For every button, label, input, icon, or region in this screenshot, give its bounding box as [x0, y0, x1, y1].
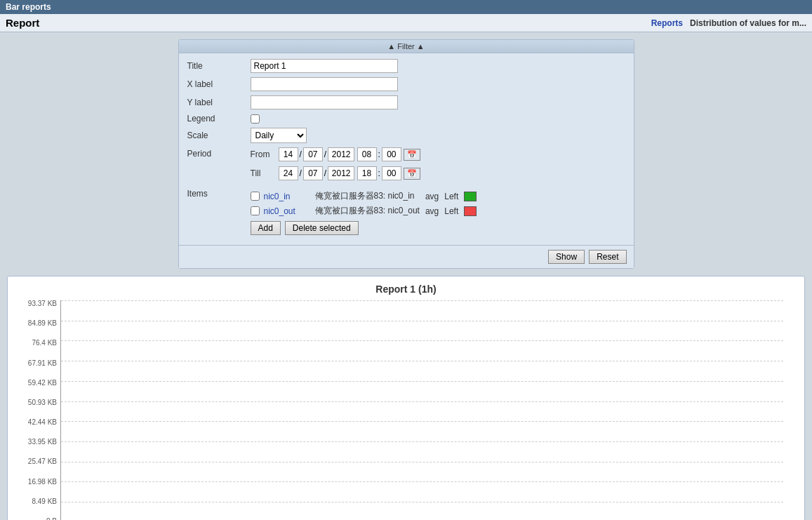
till-calendar-button[interactable]: 📅: [404, 168, 420, 180]
y-axis-label: 59.42 KB: [15, 380, 57, 387]
chart-title: Report 1 (1h): [15, 284, 797, 295]
period-group: From / / : 📅 Till: [251, 147, 420, 183]
y-axis-label: 16.98 KB: [15, 479, 57, 486]
reset-button[interactable]: Reset: [589, 250, 626, 264]
items-section: nic0_in 俺宽被口服务器83: nic0_in avg Left nic0…: [251, 190, 477, 235]
scale-label: Scale: [187, 131, 251, 140]
item1-func: avg: [425, 192, 439, 201]
app-title: Bar reports: [6, 2, 51, 12]
y-axis-label: 33.95 KB: [15, 439, 57, 446]
chart-wrapper: 93.37 KB84.89 KB76.4 KB67.91 KB59.42 KB5…: [60, 300, 783, 520]
item2-color[interactable]: [464, 206, 477, 216]
y-axis-label: 93.37 KB: [15, 300, 57, 307]
item2-checkbox[interactable]: [251, 206, 260, 215]
items-buttons: Add Delete selected: [251, 221, 477, 235]
nav-links: Reports Distribution of values for m...: [651, 18, 806, 28]
bars-container: [61, 300, 783, 520]
y-axis-label: 50.93 KB: [15, 399, 57, 406]
from-row: From / / : 📅: [251, 147, 420, 161]
item1-color[interactable]: [464, 192, 477, 201]
item1-link[interactable]: nic0_in: [264, 192, 310, 201]
from-year[interactable]: [328, 147, 354, 161]
till-min[interactable]: [382, 166, 401, 180]
y-axis-label: 8.49 KB: [15, 498, 57, 505]
scale-row: Scale Daily Hourly Weekly Monthly: [187, 128, 625, 143]
add-button[interactable]: Add: [251, 221, 281, 235]
legend-checkbox[interactable]: [251, 114, 260, 124]
legend-row: Legend: [187, 114, 625, 124]
filter-body: Title X label Y label Legend Scale: [179, 53, 634, 245]
ylabel-row: Y label: [187, 95, 625, 109]
scale-select[interactable]: Daily Hourly Weekly Monthly: [251, 128, 307, 143]
y-axis-label: 84.89 KB: [15, 320, 57, 327]
filter-footer: Show Reset: [179, 245, 634, 268]
y-axis-label: 67.91 KB: [15, 360, 57, 367]
from-calendar-button[interactable]: 📅: [404, 149, 420, 161]
nav-current: Distribution of values for m...: [690, 18, 806, 28]
item1-checkbox[interactable]: [251, 192, 260, 201]
xlabel-label: X label: [187, 79, 251, 89]
items-row: Items nic0_in 俺宽被口服务器83: nic0_in avg Lef…: [187, 187, 625, 235]
filter-section: ▲ Filter ▲ Title X label Y label Legend: [178, 39, 634, 269]
item1-side: Left: [444, 192, 458, 201]
item1-row: nic0_in 俺宽被口服务器83: nic0_in avg Left: [251, 190, 477, 202]
xlabel-row: X label: [187, 77, 625, 91]
item2-func: avg: [425, 206, 439, 216]
show-button[interactable]: Show: [548, 250, 585, 264]
item2-side: Left: [444, 206, 458, 216]
filter-title: ▲ Filter ▲: [179, 40, 634, 53]
from-label: From: [251, 149, 279, 159]
period-row: Period From / / : 📅: [187, 147, 625, 183]
xlabel-input[interactable]: [251, 77, 398, 91]
ylabel-label: Y label: [187, 98, 251, 107]
item2-link[interactable]: nic0_out: [264, 206, 310, 216]
from-day[interactable]: [279, 147, 298, 161]
items-label: Items: [187, 187, 251, 199]
delete-selected-button[interactable]: Delete selected: [285, 221, 359, 235]
from-min[interactable]: [382, 147, 401, 161]
page-title: Report: [6, 17, 39, 29]
from-hour[interactable]: [357, 147, 377, 161]
y-axis-label: 42.44 KB: [15, 419, 57, 426]
y-axis-labels: 93.37 KB84.89 KB76.4 KB67.91 KB59.42 KB5…: [15, 300, 57, 520]
item2-desc: 俺宽被口服务器83: nic0_out: [315, 205, 420, 217]
report-header: Report Reports Distribution of values fo…: [0, 14, 812, 32]
from-month[interactable]: [303, 147, 323, 161]
title-bar: Bar reports: [0, 0, 812, 14]
title-row: Title: [187, 59, 625, 73]
y-axis-label: 76.4 KB: [15, 340, 57, 347]
till-month[interactable]: [303, 166, 323, 180]
till-year[interactable]: [328, 166, 354, 180]
item1-desc: 俺宽被口服务器83: nic0_in: [315, 190, 420, 202]
till-hour[interactable]: [357, 166, 377, 180]
period-label: Period: [187, 147, 251, 159]
till-label: Till: [251, 168, 279, 178]
chart-container: Report 1 (1h) 93.37 KB84.89 KB76.4 KB67.…: [7, 276, 805, 520]
item2-row: nic0_out 俺宽被口服务器83: nic0_out avg Left: [251, 205, 477, 217]
legend-label: Legend: [187, 114, 251, 124]
nav-reports-link[interactable]: Reports: [651, 18, 683, 28]
till-row: Till / / : 📅: [251, 166, 420, 180]
title-label: Title: [187, 61, 251, 71]
y-axis-label: 25.47 KB: [15, 458, 57, 465]
title-input[interactable]: [251, 59, 398, 73]
till-day[interactable]: [279, 166, 298, 180]
ylabel-input[interactable]: [251, 95, 398, 109]
main-content: ▲ Filter ▲ Title X label Y label Legend: [0, 32, 812, 520]
